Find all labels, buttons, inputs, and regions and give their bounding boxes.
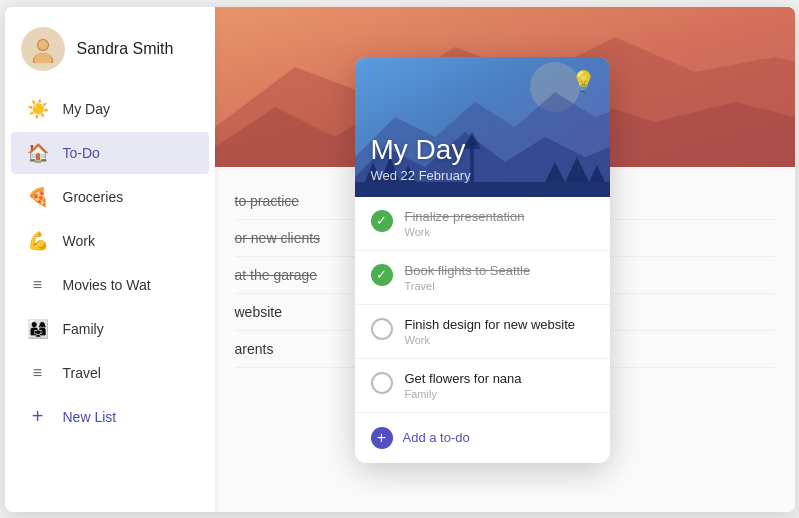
sidebar-label-to-do: To-Do — [63, 145, 100, 161]
checkbox-2[interactable]: ✓ — [371, 264, 393, 286]
task-text: website — [235, 304, 282, 320]
task-text: to practice — [235, 193, 300, 209]
sidebar-item-work[interactable]: 💪 Work — [11, 220, 209, 262]
card-task-text-4: Get flowers for nana Family — [405, 371, 522, 400]
sun-icon: ☀️ — [27, 98, 49, 120]
checkbox-1[interactable]: ✓ — [371, 210, 393, 232]
avatar — [21, 27, 65, 71]
sidebar-item-family[interactable]: 👨‍👩‍👧 Family — [11, 308, 209, 350]
checkbox-4[interactable] — [371, 372, 393, 394]
sidebar-item-movies[interactable]: ≡ Movies to Wat — [11, 264, 209, 306]
card-task-title-3: Finish design for new website — [405, 317, 576, 332]
sidebar-item-groceries[interactable]: 🍕 Groceries — [11, 176, 209, 218]
card-task-sub-1: Work — [405, 226, 525, 238]
add-todo-button[interactable]: + Add a to-do — [355, 413, 610, 463]
family-icon: 👨‍👩‍👧 — [27, 318, 49, 340]
sidebar: Sandra Smith ☀️ My Day 🏠 To-Do 🍕 Groceri… — [5, 7, 215, 512]
card-task-4[interactable]: Get flowers for nana Family — [355, 359, 610, 413]
main-content: to practice or new clients at the garage… — [215, 7, 795, 512]
add-label: Add a to-do — [403, 430, 470, 445]
sidebar-label-family: Family — [63, 321, 104, 337]
app-container: Sandra Smith ☀️ My Day 🏠 To-Do 🍕 Groceri… — [5, 7, 795, 512]
list-icon-movies: ≡ — [27, 274, 49, 296]
muscle-icon: 💪 — [27, 230, 49, 252]
card-task-title-1: Finalize presentation — [405, 209, 525, 224]
sidebar-item-my-day[interactable]: ☀️ My Day — [11, 88, 209, 130]
user-profile[interactable]: Sandra Smith — [5, 15, 215, 83]
sidebar-label-my-day: My Day — [63, 101, 110, 117]
sidebar-label-new-list: New List — [63, 409, 117, 425]
add-icon: + — [371, 427, 393, 449]
svg-rect-11 — [355, 182, 610, 197]
plus-icon: + — [27, 406, 49, 428]
task-text: at the garage — [235, 267, 318, 283]
user-name: Sandra Smith — [77, 40, 174, 58]
card-header: 💡 My Day Wed 22 February — [355, 57, 610, 197]
card-task-1[interactable]: ✓ Finalize presentation Work — [355, 197, 610, 251]
card-task-3[interactable]: Finish design for new website Work — [355, 305, 610, 359]
sidebar-item-travel[interactable]: ≡ Travel — [11, 352, 209, 394]
card-date: Wed 22 February — [371, 168, 594, 183]
card-task-title-2: Book flights to Seattle — [405, 263, 531, 278]
svg-point-2 — [38, 40, 48, 50]
sidebar-item-new-list[interactable]: + New List — [11, 396, 209, 438]
sidebar-label-movies: Movies to Wat — [63, 277, 151, 293]
bulb-icon[interactable]: 💡 — [571, 69, 596, 93]
sidebar-label-work: Work — [63, 233, 95, 249]
card-task-sub-3: Work — [405, 334, 576, 346]
card-task-title-4: Get flowers for nana — [405, 371, 522, 386]
list-icon-travel: ≡ — [27, 362, 49, 384]
card-task-text-2: Book flights to Seattle Travel — [405, 263, 531, 292]
sidebar-label-travel: Travel — [63, 365, 101, 381]
card-title: My Day — [371, 134, 594, 166]
card-body: ✓ Finalize presentation Work ✓ Book flig… — [355, 197, 610, 463]
sidebar-label-groceries: Groceries — [63, 189, 124, 205]
modal-card: 💡 My Day Wed 22 February ✓ Finalize pres… — [355, 57, 610, 463]
sidebar-item-to-do[interactable]: 🏠 To-Do — [11, 132, 209, 174]
pizza-icon: 🍕 — [27, 186, 49, 208]
card-task-sub-4: Family — [405, 388, 522, 400]
checkbox-3[interactable] — [371, 318, 393, 340]
home-icon: 🏠 — [27, 142, 49, 164]
card-task-sub-2: Travel — [405, 280, 531, 292]
task-text: or new clients — [235, 230, 321, 246]
task-text: arents — [235, 341, 274, 357]
card-task-text-3: Finish design for new website Work — [405, 317, 576, 346]
svg-point-3 — [34, 53, 52, 63]
card-task-2[interactable]: ✓ Book flights to Seattle Travel — [355, 251, 610, 305]
card-task-text-1: Finalize presentation Work — [405, 209, 525, 238]
